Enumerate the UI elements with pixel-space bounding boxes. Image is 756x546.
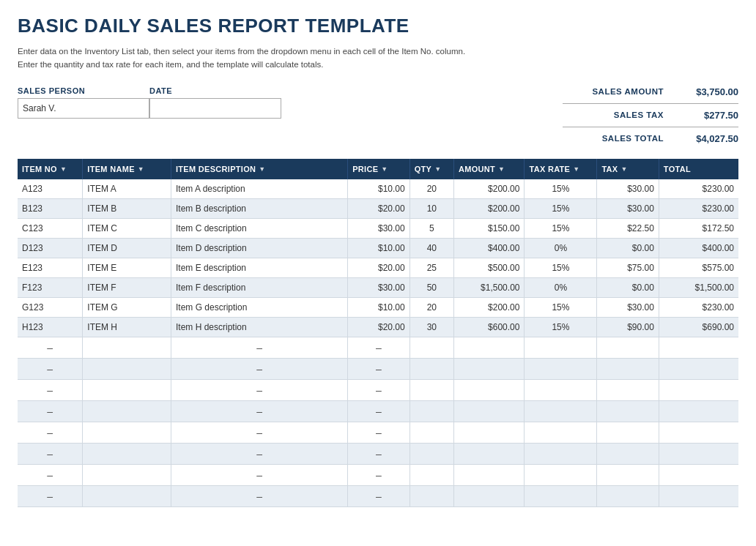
item-no-dropdown-icon[interactable]: ▼ bbox=[60, 165, 67, 173]
cell-amount[interactable]: $500.00 bbox=[453, 258, 525, 277]
cell-item-description[interactable]: Item E description bbox=[171, 258, 347, 277]
cell-amount[interactable]: $200.00 bbox=[453, 297, 525, 317]
cell-item-description[interactable]: Item B description bbox=[171, 198, 347, 218]
cell-item-name[interactable]: ITEM F bbox=[83, 277, 171, 297]
col-header-tax-rate[interactable]: TAX RATE ▼ bbox=[525, 159, 597, 179]
cell-tax-rate[interactable]: 15% bbox=[525, 218, 597, 238]
cell-total[interactable]: $230.00 bbox=[659, 297, 738, 317]
cell-tax[interactable]: $0.00 bbox=[597, 238, 659, 258]
col-header-amount[interactable]: AMOUNT ▼ bbox=[453, 159, 525, 179]
cell-item-no[interactable]: H123 bbox=[18, 317, 83, 337]
cell-item-no[interactable]: F123 bbox=[18, 277, 83, 297]
cell-item-no[interactable]: B123 bbox=[18, 198, 83, 218]
cell-total[interactable]: $172.50 bbox=[659, 218, 738, 238]
cell-qty[interactable]: 30 bbox=[410, 317, 453, 337]
empty-cell bbox=[659, 485, 738, 506]
cell-tax-rate[interactable]: 15% bbox=[525, 317, 597, 337]
cell-qty[interactable]: 25 bbox=[410, 258, 453, 277]
cell-total[interactable]: $1,500.00 bbox=[659, 277, 738, 297]
cell-total[interactable]: $230.00 bbox=[659, 179, 738, 199]
cell-tax[interactable]: $30.00 bbox=[597, 297, 659, 317]
col-header-item-no[interactable]: ITEM NO ▼ bbox=[18, 159, 83, 179]
cell-total[interactable]: $575.00 bbox=[659, 258, 738, 277]
cell-item-no[interactable]: E123 bbox=[18, 258, 83, 277]
date-input[interactable] bbox=[149, 98, 281, 119]
cell-tax[interactable]: $90.00 bbox=[597, 317, 659, 337]
cell-total[interactable]: $230.00 bbox=[659, 198, 738, 218]
item-name-dropdown-icon[interactable]: ▼ bbox=[138, 165, 144, 173]
cell-item-name[interactable]: ITEM C bbox=[83, 218, 171, 238]
item-desc-dropdown-icon[interactable]: ▼ bbox=[259, 165, 265, 173]
cell-item-no[interactable]: C123 bbox=[18, 218, 83, 238]
cell-item-name[interactable]: ITEM G bbox=[83, 297, 171, 317]
cell-price[interactable]: $20.00 bbox=[348, 198, 410, 218]
empty-table-row: ––– bbox=[18, 358, 738, 379]
col-header-item-name[interactable]: ITEM NAME ▼ bbox=[83, 159, 171, 179]
cell-amount[interactable]: $200.00 bbox=[453, 198, 525, 218]
top-section: SALES PERSON DATE Sarah V. SALES AMOUNT … bbox=[18, 86, 738, 144]
cell-qty[interactable]: 5 bbox=[410, 218, 453, 238]
cell-tax[interactable]: $22.50 bbox=[597, 218, 659, 238]
cell-amount[interactable]: $400.00 bbox=[453, 238, 525, 258]
cell-amount[interactable]: $150.00 bbox=[453, 218, 525, 238]
cell-price[interactable]: $30.00 bbox=[348, 218, 410, 238]
salesperson-input[interactable]: Sarah V. bbox=[18, 98, 149, 119]
cell-tax[interactable]: $30.00 bbox=[597, 179, 659, 199]
taxrate-dropdown-icon[interactable]: ▼ bbox=[573, 165, 579, 173]
cell-price[interactable]: $10.00 bbox=[348, 297, 410, 317]
cell-price[interactable]: $10.00 bbox=[348, 179, 410, 199]
col-header-price[interactable]: PRICE ▼ bbox=[348, 159, 410, 179]
col-header-qty[interactable]: QTY ▼ bbox=[410, 159, 453, 179]
cell-item-description[interactable]: Item D description bbox=[171, 238, 347, 258]
cell-amount[interactable]: $1,500.00 bbox=[453, 277, 525, 297]
cell-item-description[interactable]: Item A description bbox=[171, 179, 347, 199]
cell-item-name[interactable]: ITEM E bbox=[83, 258, 171, 277]
cell-item-name[interactable]: ITEM A bbox=[83, 179, 171, 199]
cell-item-description[interactable]: Item H description bbox=[171, 317, 347, 337]
cell-qty[interactable]: 20 bbox=[410, 179, 453, 199]
cell-price[interactable]: $10.00 bbox=[348, 238, 410, 258]
cell-qty[interactable]: 20 bbox=[410, 297, 453, 317]
empty-cell: – bbox=[18, 337, 83, 358]
col-header-tax[interactable]: TAX ▼ bbox=[597, 159, 659, 179]
cell-tax-rate[interactable]: 0% bbox=[525, 277, 597, 297]
cell-item-no[interactable]: D123 bbox=[18, 238, 83, 258]
cell-price[interactable]: $30.00 bbox=[348, 277, 410, 297]
col-header-item-description[interactable]: ITEM DESCRIPTION ▼ bbox=[171, 159, 347, 179]
cell-item-name[interactable]: ITEM D bbox=[83, 238, 171, 258]
cell-item-description[interactable]: Item G description bbox=[171, 297, 347, 317]
empty-cell bbox=[525, 443, 597, 464]
cell-item-no[interactable]: G123 bbox=[18, 297, 83, 317]
cell-tax-rate[interactable]: 15% bbox=[525, 258, 597, 277]
empty-cell bbox=[453, 358, 525, 379]
price-dropdown-icon[interactable]: ▼ bbox=[381, 165, 388, 173]
cell-item-description[interactable]: Item C description bbox=[171, 218, 347, 238]
cell-tax[interactable]: $75.00 bbox=[597, 258, 659, 277]
cell-qty[interactable]: 10 bbox=[410, 198, 453, 218]
empty-cell bbox=[410, 443, 453, 464]
qty-dropdown-icon[interactable]: ▼ bbox=[434, 165, 441, 173]
cell-item-name[interactable]: ITEM H bbox=[83, 317, 171, 337]
sales-amount-label: SALES AMOUNT bbox=[563, 87, 672, 96]
tax-dropdown-icon[interactable]: ▼ bbox=[621, 165, 628, 173]
empty-table-row: ––– bbox=[18, 422, 738, 443]
cell-qty[interactable]: 40 bbox=[410, 238, 453, 258]
cell-item-description[interactable]: Item F description bbox=[171, 277, 347, 297]
cell-price[interactable]: $20.00 bbox=[348, 258, 410, 277]
cell-tax[interactable]: $0.00 bbox=[597, 277, 659, 297]
cell-item-no[interactable]: A123 bbox=[18, 179, 83, 199]
cell-amount[interactable]: $200.00 bbox=[453, 179, 525, 199]
cell-tax[interactable]: $30.00 bbox=[597, 198, 659, 218]
cell-amount[interactable]: $600.00 bbox=[453, 317, 525, 337]
amount-dropdown-icon[interactable]: ▼ bbox=[498, 165, 505, 173]
empty-cell bbox=[525, 337, 597, 358]
cell-tax-rate[interactable]: 15% bbox=[525, 198, 597, 218]
cell-total[interactable]: $690.00 bbox=[659, 317, 738, 337]
cell-tax-rate[interactable]: 15% bbox=[525, 297, 597, 317]
cell-item-name[interactable]: ITEM B bbox=[83, 198, 171, 218]
cell-qty[interactable]: 50 bbox=[410, 277, 453, 297]
cell-total[interactable]: $400.00 bbox=[659, 238, 738, 258]
cell-tax-rate[interactable]: 0% bbox=[525, 238, 597, 258]
cell-tax-rate[interactable]: 15% bbox=[525, 179, 597, 199]
cell-price[interactable]: $20.00 bbox=[348, 317, 410, 337]
